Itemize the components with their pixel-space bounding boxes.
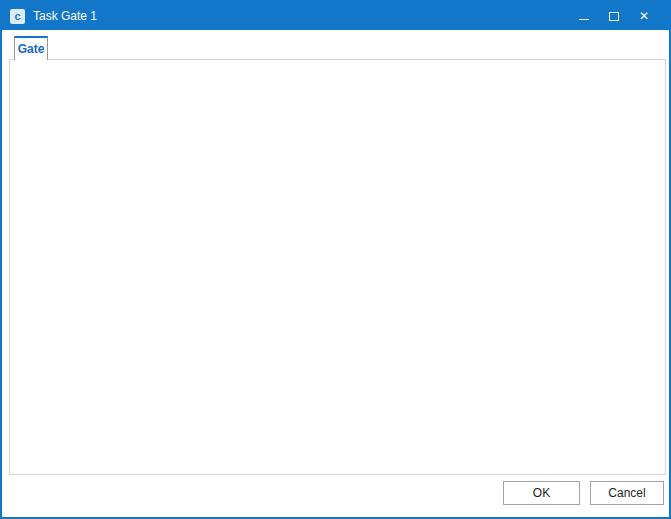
window-controls: ✕ xyxy=(569,2,659,30)
title-bar: c Task Gate 1 ✕ xyxy=(2,2,669,30)
maximize-button[interactable] xyxy=(599,2,629,30)
app-icon: c xyxy=(10,9,25,24)
tab-page xyxy=(9,59,666,475)
cancel-button[interactable]: Cancel xyxy=(590,481,664,505)
minimize-button[interactable] xyxy=(569,2,599,30)
dialog-window: c Task Gate 1 ✕ Gate Details Name Date 2… xyxy=(0,0,671,519)
window-title: Task Gate 1 xyxy=(33,9,97,23)
close-icon: ✕ xyxy=(639,10,649,22)
close-button[interactable]: ✕ xyxy=(629,2,659,30)
maximize-icon xyxy=(609,12,619,21)
ok-button[interactable]: OK xyxy=(503,481,580,505)
tab-gate[interactable]: Gate xyxy=(14,36,48,60)
minimize-icon xyxy=(579,19,589,20)
